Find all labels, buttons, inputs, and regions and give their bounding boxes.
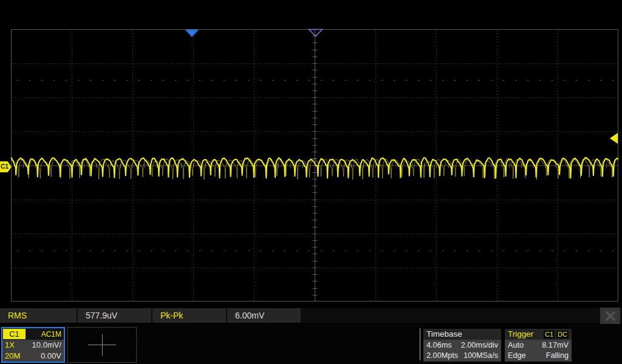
measurement-pkpk-value[interactable]: 6.00mV [227,308,301,323]
trigger-type-row: Edge Falling [505,351,572,361]
timebase-panel[interactable]: Timebase 4.06ms 2.00ms/div 2.00Mpts 100M… [423,329,501,361]
channel1-bandwidth: 20M [5,351,20,362]
trigger-slope: Falling [546,351,569,361]
channel1-coupling: AC1M [26,330,64,339]
trigger-panel[interactable]: Trigger C1 DC Auto 8.17mV Edge Falling [505,329,572,361]
oscilloscope-screen: C1 RMS 577.9uV Pk-Pk 6.00mV C1 AC1M 1X 1… [0,0,622,364]
waveform-display[interactable] [11,29,618,302]
trigger-type: Edge [508,351,526,361]
timebase-scale: 2.00ms/div [461,340,498,351]
measurement-bar: RMS 577.9uV Pk-Pk 6.00mV [0,308,622,323]
close-measurements-button[interactable] [600,308,620,325]
trigger-coupling-badge: DC [556,331,569,339]
channel1-scale: 10.0mV/ [32,340,61,351]
channel1-panel[interactable]: C1 AC1M 1X 10.0mV/ 20M 0.00V [1,327,65,363]
timebase-samplerate: 100MSa/s [463,351,498,361]
trigger-zero-reference-marker [308,29,323,37]
measurement-pkpk-label[interactable]: Pk-Pk [152,308,226,323]
trigger-mode-row: Auto 8.17mV [505,340,572,351]
trigger-position-marker[interactable] [185,30,199,37]
channel1-badge: C1 [3,329,26,339]
close-icon [604,310,617,322]
trigger-title: Trigger [508,329,542,340]
trigger-level-marker[interactable] [610,133,618,144]
channel-offset-tag[interactable]: C1 [0,161,12,172]
channel1-probe: 1X [5,340,15,351]
channel1-offset-row: 20M 0.00V [2,351,64,362]
channel1-scale-row: 1X 10.0mV/ [2,340,64,351]
trigger-source-badge: C1 [544,331,555,339]
timebase-delay-row: 4.06ms 2.00ms/div [423,340,501,351]
channel1-offset: 0.00V [41,351,61,362]
panel-separator [420,328,420,360]
status-bar: C1 AC1M 1X 10.0mV/ 20M 0.00V Timebase 4.… [0,324,622,364]
trigger-mode: Auto [508,340,524,351]
timebase-sample-row: 2.00Mpts 100MSa/s [423,351,501,361]
measurement-rms-value[interactable]: 577.9uV [78,308,151,323]
channel1-header: C1 AC1M [2,328,64,340]
timebase-points: 2.00Mpts [426,351,458,361]
trigger-level: 8.17mV [542,340,569,351]
add-channel-placeholder[interactable] [67,327,137,363]
measurement-rms-label[interactable]: RMS [0,308,77,323]
plus-icon [102,334,103,356]
timebase-delay: 4.06ms [426,340,452,351]
trigger-header: Trigger C1 DC [505,329,572,340]
timebase-header: Timebase [423,329,501,340]
